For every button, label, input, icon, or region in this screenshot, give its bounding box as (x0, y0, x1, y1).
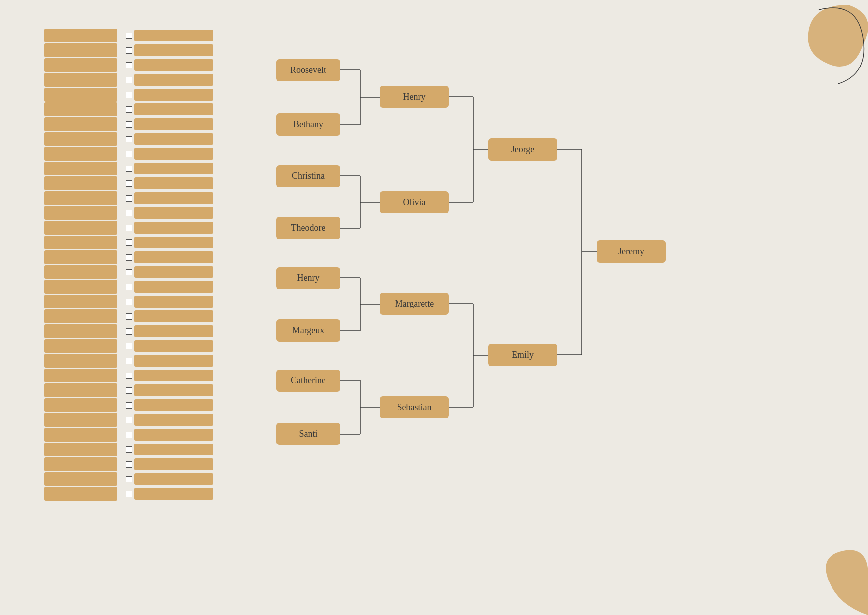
second-bar-21 (134, 340, 213, 352)
second-bar-row-5 (126, 102, 224, 116)
left-bar-21 (44, 339, 117, 353)
second-bar-row-14 (126, 236, 224, 249)
checkbox-24[interactable] (126, 387, 132, 394)
second-bar-row-19 (126, 309, 224, 323)
second-bar-row-26 (126, 413, 224, 427)
checkbox-8[interactable] (126, 151, 132, 157)
second-bar-29 (134, 458, 213, 470)
svg-text:Christina: Christina (292, 171, 325, 181)
left-bar-15 (44, 250, 117, 264)
svg-text:Catherine: Catherine (291, 376, 326, 385)
second-bar-17 (134, 281, 213, 293)
left-bar-9 (44, 162, 117, 175)
second-bar-26 (134, 414, 213, 426)
second-bar-row-23 (126, 369, 224, 382)
second-bar-row-7 (126, 132, 224, 146)
checkbox-25[interactable] (126, 402, 132, 409)
left-bar-0 (44, 29, 117, 42)
second-bar-row-10 (126, 176, 224, 190)
second-bar-16 (134, 266, 213, 278)
left-bar-29 (44, 457, 117, 471)
left-bar-10 (44, 176, 117, 190)
checkbox-30[interactable] (126, 476, 132, 482)
second-bar-row-18 (126, 295, 224, 308)
second-bar-19 (134, 310, 213, 322)
second-bar-row-24 (126, 383, 224, 397)
checkbox-0[interactable] (126, 33, 132, 39)
svg-text:Roosevelt: Roosevelt (290, 65, 326, 75)
checkbox-19[interactable] (126, 313, 132, 320)
checkbox-3[interactable] (126, 77, 132, 83)
checkbox-13[interactable] (126, 225, 132, 231)
second-bar-row-12 (126, 206, 224, 220)
checkbox-26[interactable] (126, 417, 132, 423)
checkbox-14[interactable] (126, 239, 132, 246)
checkbox-31[interactable] (126, 491, 132, 497)
svg-text:Sebastian: Sebastian (398, 402, 432, 412)
second-bar-row-11 (126, 191, 224, 205)
second-bar-row-20 (126, 324, 224, 338)
svg-text:Margeux: Margeux (292, 325, 325, 335)
second-column (126, 29, 224, 536)
second-bar-25 (134, 399, 213, 411)
left-bar-11 (44, 191, 117, 205)
checkbox-4[interactable] (126, 92, 132, 98)
second-bar-row-31 (126, 487, 224, 501)
checkbox-15[interactable] (126, 254, 132, 261)
left-bar-30 (44, 472, 117, 486)
svg-text:Emily: Emily (512, 350, 534, 360)
checkbox-27[interactable] (126, 432, 132, 438)
second-bar-0 (134, 30, 213, 41)
svg-text:Henry: Henry (297, 273, 320, 283)
left-bar-19 (44, 309, 117, 323)
svg-text:Henry: Henry (403, 92, 426, 102)
checkbox-7[interactable] (126, 136, 132, 142)
left-bar-27 (44, 428, 117, 442)
left-bar-23 (44, 369, 117, 382)
second-bar-row-3 (126, 73, 224, 87)
checkbox-1[interactable] (126, 47, 132, 54)
left-bar-6 (44, 117, 117, 131)
checkbox-21[interactable] (126, 343, 132, 349)
checkbox-22[interactable] (126, 358, 132, 364)
checkbox-6[interactable] (126, 121, 132, 128)
blob-bottom-right (779, 526, 868, 615)
left-bar-5 (44, 102, 117, 116)
left-bar-20 (44, 324, 117, 338)
svg-text:Theodore: Theodore (291, 223, 326, 233)
second-bar-15 (134, 251, 213, 263)
second-bar-row-28 (126, 443, 224, 456)
second-bar-row-6 (126, 117, 224, 131)
checkbox-10[interactable] (126, 180, 132, 187)
checkbox-20[interactable] (126, 328, 132, 335)
second-bar-row-22 (126, 354, 224, 368)
second-bar-5 (134, 103, 213, 115)
second-bar-10 (134, 177, 213, 189)
checkbox-12[interactable] (126, 210, 132, 216)
checkbox-18[interactable] (126, 299, 132, 305)
checkbox-5[interactable] (126, 106, 132, 113)
second-bar-row-0 (126, 29, 224, 42)
second-bar-row-4 (126, 88, 224, 102)
second-bar-22 (134, 355, 213, 367)
second-bar-row-8 (126, 147, 224, 161)
checkbox-23[interactable] (126, 373, 132, 379)
second-bar-row-21 (126, 339, 224, 353)
checkbox-2[interactable] (126, 62, 132, 68)
checkbox-9[interactable] (126, 166, 132, 172)
left-bar-25 (44, 398, 117, 412)
checkbox-28[interactable] (126, 446, 132, 453)
svg-text:Jeremy: Jeremy (618, 246, 644, 256)
checkbox-17[interactable] (126, 284, 132, 290)
checkbox-11[interactable] (126, 195, 132, 202)
second-bar-14 (134, 237, 213, 248)
checkbox-29[interactable] (126, 461, 132, 468)
second-bar-23 (134, 370, 213, 381)
left-bar-31 (44, 487, 117, 501)
second-bar-13 (134, 222, 213, 234)
second-bar-18 (134, 296, 213, 308)
second-bar-9 (134, 163, 213, 174)
checkbox-16[interactable] (126, 269, 132, 275)
second-bar-28 (134, 444, 213, 455)
left-bar-1 (44, 43, 117, 57)
